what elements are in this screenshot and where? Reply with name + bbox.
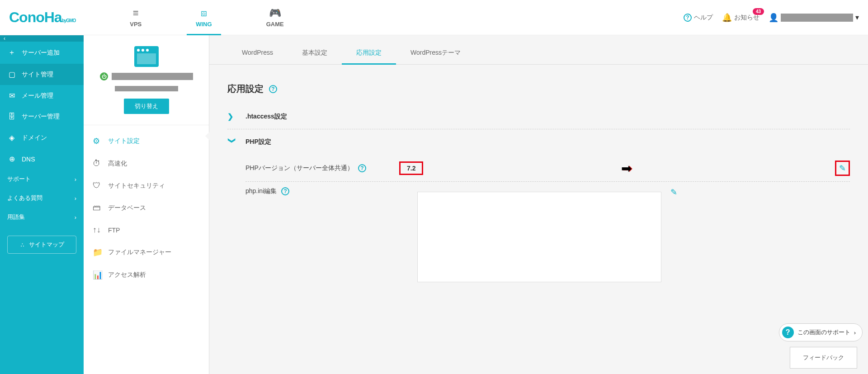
- bell-icon: 🔔: [722, 13, 732, 23]
- nav-tab-vps[interactable]: ≡ VPS: [121, 0, 151, 35]
- sidebar-item-add-server[interactable]: ＋ サーバー追加: [0, 42, 84, 64]
- php-ini-label: php.ini編集: [245, 187, 277, 195]
- top-header: ConoHa byGMO ≡ VPS ⧇ WING 🎮 GAME ? ヘルプ 🔔…: [0, 0, 868, 35]
- accordion-header-htaccess[interactable]: ❯ .htaccess設定: [227, 112, 850, 121]
- app-window-icon: [134, 46, 159, 67]
- chevron-down-icon: ❯: [228, 137, 236, 147]
- nav-tab-label: GAME: [266, 21, 284, 28]
- help-label: ヘルプ: [694, 14, 713, 22]
- section-title-text: 応用設定: [227, 83, 264, 95]
- logo-sub: byGMO: [62, 18, 76, 23]
- sidebar-sub-glossary[interactable]: 用語集 ›: [0, 208, 84, 227]
- pencil-icon[interactable]: ✎: [670, 187, 677, 197]
- product-nav: ≡ VPS ⧇ WING 🎮 GAME: [121, 0, 292, 35]
- sidebar-sub-label: サポート: [7, 175, 31, 183]
- sidebar-item-dns[interactable]: ⊕ DNS: [0, 148, 84, 170]
- server-header: ⏻ 切り替え: [84, 35, 209, 125]
- setting-label: php.ini編集 ?: [245, 187, 399, 195]
- help-badge-icon: ?: [782, 327, 794, 338]
- help-icon[interactable]: ?: [358, 164, 366, 172]
- mid-item-label: サイトセキュリティ: [108, 182, 165, 190]
- setting-php-version: PHPバージョン（サーバー全体共通） ? 7.2 ➡ ✎: [245, 155, 850, 182]
- sitemap-label: サイトマップ: [29, 241, 64, 249]
- sidebar-sub-support[interactable]: サポート ›: [0, 170, 84, 189]
- sidebar-item-label: サイト管理: [22, 71, 53, 79]
- sidebar-sub-label: 用語集: [7, 213, 25, 221]
- annotation-highlight: ✎: [835, 161, 850, 176]
- globe-icon: ⊕: [7, 155, 16, 163]
- sidebar-sub-faq[interactable]: よくある質問 ›: [0, 189, 84, 208]
- notifications-link[interactable]: 🔔 お知らせ 43: [722, 13, 760, 23]
- mid-item-speed[interactable]: ⏱ 高速化: [84, 152, 209, 175]
- php-ini-textarea[interactable]: [417, 192, 661, 282]
- tab-basic-settings[interactable]: 基本設定: [288, 42, 342, 64]
- accordion-title: .htaccess設定: [245, 113, 287, 121]
- tab-wordpress[interactable]: WordPress: [227, 42, 288, 64]
- mid-item-label: アクセス解析: [108, 271, 146, 279]
- speedometer-icon: ⏱: [93, 159, 102, 168]
- sidebar-item-server-manage[interactable]: 🗄 サーバー管理: [0, 106, 84, 127]
- user-name-redacted: [781, 14, 853, 22]
- transfer-icon: ↑↓: [93, 225, 102, 235]
- chevron-right-icon: ›: [75, 195, 76, 202]
- mid-item-site-settings[interactable]: ⚙ サイト設定: [84, 130, 209, 152]
- gamepad-icon: 🎮: [269, 7, 281, 19]
- sidebar-item-label: DNS: [22, 156, 35, 163]
- accordion-header-php[interactable]: ❯ PHP設定: [227, 137, 850, 146]
- accordion-php: ❯ PHP設定 PHPバージョン（サーバー全体共通） ? 7.2 ➡: [227, 129, 850, 296]
- setting-label: PHPバージョン（サーバー全体共通） ?: [245, 164, 399, 172]
- chevron-right-icon: ❯: [227, 112, 236, 121]
- mid-item-database[interactable]: 🗃 データベース: [84, 197, 209, 219]
- main-content: WordPress 基本設定 応用設定 WordPressテーマ 応用設定 ? …: [209, 35, 868, 374]
- server-sub-redacted: [115, 86, 178, 91]
- user-menu[interactable]: 👤 ▾: [769, 13, 859, 23]
- plus-icon: ＋: [7, 48, 16, 57]
- mid-item-label: データベース: [108, 204, 146, 212]
- database-icon: 🗃: [93, 203, 102, 213]
- page-support-button[interactable]: ? この画面のサポート ›: [779, 323, 863, 341]
- nav-tab-label: VPS: [130, 21, 142, 28]
- logo[interactable]: ConoHa byGMO: [9, 9, 75, 26]
- mid-nav: ⚙ サイト設定 ⏱ 高速化 🛡 サイトセキュリティ 🗃 データベース ↑↓ FT…: [84, 125, 209, 286]
- mid-item-file-manager[interactable]: 📁 ファイルマネージャー: [84, 241, 209, 264]
- sidebar-item-domain[interactable]: ◈ ドメイン: [0, 127, 84, 148]
- accordion-title: PHP設定: [245, 138, 271, 146]
- nav-tab-game[interactable]: 🎮 GAME: [257, 0, 293, 35]
- sidebar-item-mail-manage[interactable]: ✉ メール管理: [0, 85, 84, 106]
- mid-item-label: 高速化: [108, 160, 127, 168]
- chevron-right-icon: ›: [854, 329, 856, 336]
- switch-button[interactable]: 切り替え: [124, 99, 169, 114]
- help-icon[interactable]: ?: [281, 187, 289, 195]
- mid-item-analytics[interactable]: 📊 アクセス解析: [84, 264, 209, 286]
- mid-item-label: サイト設定: [108, 137, 140, 145]
- shield-icon: 🛡: [93, 181, 102, 190]
- sitemap-button[interactable]: ⛬ サイトマップ: [7, 236, 76, 254]
- sidebar-sub-label: よくある質問: [7, 194, 42, 202]
- mid-item-security[interactable]: 🛡 サイトセキュリティ: [84, 175, 209, 197]
- sidebar-item-label: ドメイン: [22, 134, 47, 142]
- setting-value: 7.2: [399, 165, 423, 172]
- stack-icon: 🗄: [7, 113, 16, 121]
- help-icon[interactable]: ?: [269, 85, 277, 93]
- sidebar-collapse-button[interactable]: ‹: [0, 35, 84, 42]
- help-link[interactable]: ? ヘルプ: [684, 14, 713, 22]
- chevron-right-icon: ›: [75, 176, 76, 183]
- accordion-body-php: PHPバージョン（サーバー全体共通） ? 7.2 ➡ ✎ php: [227, 146, 850, 288]
- feedback-button[interactable]: フィードバック: [790, 347, 857, 369]
- sitemap-icon: ⛬: [19, 241, 25, 248]
- sidebar-item-label: サーバー追加: [22, 49, 60, 57]
- server-icon: ≡: [133, 7, 139, 19]
- mid-item-ftp[interactable]: ↑↓ FTP: [84, 219, 209, 241]
- pencil-icon[interactable]: ✎: [839, 164, 846, 173]
- notification-badge: 43: [753, 8, 764, 15]
- tab-wordpress-theme[interactable]: WordPressテーマ: [396, 42, 475, 64]
- sidebar-item-site-manage[interactable]: ▢ サイト管理: [0, 64, 84, 85]
- logo-text: ConoHa: [9, 9, 62, 26]
- accordion: ❯ .htaccess設定 ❯ PHP設定 PHPバージョン（サーバー全体共通）…: [209, 104, 868, 296]
- tab-advanced-settings[interactable]: 応用設定: [342, 42, 396, 64]
- section-header: 応用設定 ?: [209, 65, 868, 104]
- nav-tab-wing[interactable]: ⧇ WING: [187, 0, 221, 35]
- user-icon: 👤: [769, 13, 778, 23]
- sidebar-left: ‹ ＋ サーバー追加 ▢ サイト管理 ✉ メール管理 🗄 サーバー管理 ◈ ドメ…: [0, 35, 84, 374]
- sidebar-item-label: サーバー管理: [22, 113, 60, 121]
